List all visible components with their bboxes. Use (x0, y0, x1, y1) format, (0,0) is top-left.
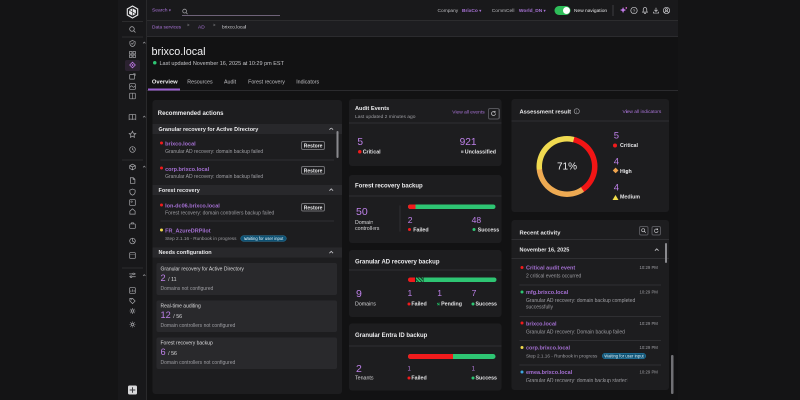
svg-text:?: ? (633, 8, 636, 13)
svg-text:i: i (576, 109, 577, 114)
